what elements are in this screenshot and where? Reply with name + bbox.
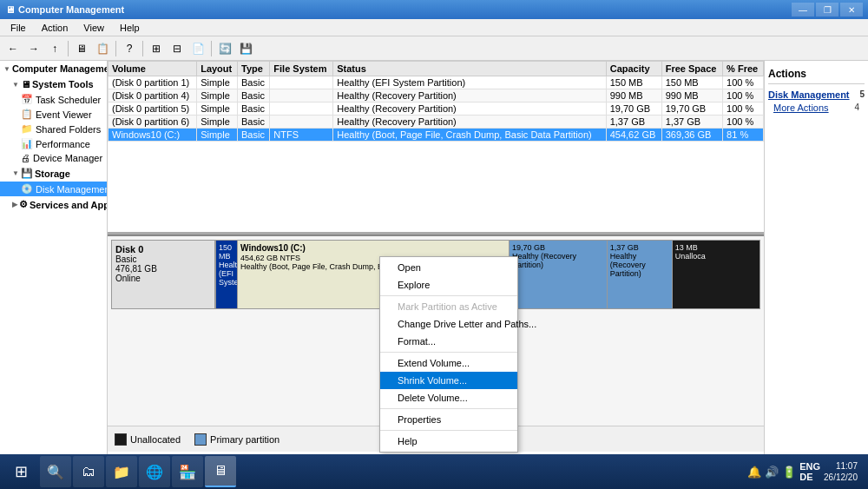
toolbar: ← → ↑ 🖥 📋 ? ⊞ ⊟ 📄 🔄 💾 <box>0 36 868 61</box>
menu-action[interactable]: Action <box>35 21 76 35</box>
taskbar-computer-management[interactable]: 🖥 <box>205 456 236 487</box>
minimize-button[interactable]: — <box>792 3 814 17</box>
disk-label: Disk 0 Basic 476,81 GB Online <box>111 240 215 309</box>
action-more-actions-link[interactable]: More Actions 4 <box>768 102 865 114</box>
sidebar-item-storage[interactable]: ▼ 💾 Storage <box>0 165 107 182</box>
table-area[interactable]: Volume Layout Type File System Status Ca… <box>108 61 764 235</box>
help-button[interactable]: ? <box>120 39 139 58</box>
taskbar-store[interactable]: 🏪 <box>172 456 203 487</box>
sidebar-label-event-viewer: Event Viewer <box>36 109 92 120</box>
performance-icon: 📊 <box>21 138 33 149</box>
task-scheduler-icon: 📅 <box>21 94 33 105</box>
context-menu-item-properties[interactable]: Properties <box>380 411 517 428</box>
sidebar-item-device-manager[interactable]: 🖨 Device Manager <box>0 151 107 165</box>
toolbar-separator-1 <box>68 41 69 56</box>
context-menu-item-mark-partition-as-active: Mark Partition as Active <box>380 298 517 315</box>
sidebar-item-services-apps[interactable]: ▶ ⚙ Services and Applications <box>0 196 107 213</box>
extra-button[interactable]: ⊟ <box>168 39 187 58</box>
taskbar: ⊞ 🔍 🗂 📁 🌐 🏪 🖥 🔔 🔊 🔋 ENG DE 11:07 26/12/2… <box>0 454 868 489</box>
col-volume[interactable]: Volume <box>108 62 197 76</box>
sidebar-label-disk-management: Disk Management <box>36 184 108 195</box>
table-row[interactable]: (Disk 0 partition 1)SimpleBasicHealthy (… <box>108 76 764 89</box>
properties-button[interactable]: 📋 <box>93 39 112 58</box>
sidebar-label-storage: Storage <box>35 169 70 179</box>
col-layout[interactable]: Layout <box>197 62 238 76</box>
unallocated-legend-box <box>115 433 127 446</box>
system-tools-expand-icon: ▼ <box>12 81 19 89</box>
start-button[interactable]: ⊞ <box>3 456 38 487</box>
context-menu-item-help[interactable]: Help <box>380 433 517 450</box>
partition-efi-type: Healthy (EFI Syste... <box>219 261 234 287</box>
col-status[interactable]: Status <box>333 62 606 76</box>
context-menu-separator <box>380 295 517 296</box>
tray-network-icon[interactable]: 🔔 <box>747 466 761 479</box>
back-button[interactable]: ← <box>3 39 23 58</box>
partition-recovery2-type: Healthy (Recovery Partition) <box>610 252 669 278</box>
sidebar-item-task-scheduler[interactable]: 📅 Task Scheduler <box>0 92 107 107</box>
sidebar-item-system-tools[interactable]: ▼ 🖥 System Tools <box>0 76 107 92</box>
taskbar-search[interactable]: 🔍 <box>40 456 71 487</box>
context-menu-item-format---[interactable]: Format... <box>380 333 517 350</box>
partition-unallocated[interactable]: 13 MB Unalloca <box>673 241 760 308</box>
show-hide-button[interactable]: 🖥 <box>72 39 91 58</box>
table-row[interactable]: (Disk 0 partition 6)SimpleBasicHealthy (… <box>108 116 764 129</box>
col-capacity[interactable]: Capacity <box>606 62 661 76</box>
sidebar-icon-system-tools: 🖥 <box>21 79 30 89</box>
shared-folders-icon: 📁 <box>21 123 33 135</box>
disk-name: Disk 0 <box>115 244 211 254</box>
unallocated-label: Unallocated <box>130 434 181 445</box>
sidebar-label-task-scheduler: Task Scheduler <box>36 95 101 105</box>
another-button[interactable]: 📄 <box>188 39 207 58</box>
context-menu-item-explore[interactable]: Explore <box>380 276 517 294</box>
sidebar-item-performance[interactable]: 📊 Performance <box>0 136 107 151</box>
rescan-button[interactable]: 🔄 <box>215 39 234 58</box>
disk-size: 476,81 GB <box>115 264 211 274</box>
menu-view[interactable]: View <box>76 21 111 35</box>
menu-help[interactable]: Help <box>113 21 147 35</box>
col-freespace[interactable]: Free Space <box>661 62 722 76</box>
col-type[interactable]: Type <box>238 62 270 76</box>
tray-volume-icon[interactable]: 🔊 <box>765 466 779 479</box>
restore-button[interactable]: ❐ <box>816 3 838 17</box>
tray-lang[interactable]: ENG DE <box>799 461 820 482</box>
table-row[interactable]: (Disk 0 partition 4)SimpleBasicHealthy (… <box>108 89 764 102</box>
up-button[interactable]: ↑ <box>45 39 64 58</box>
col-filesystem[interactable]: File System <box>270 62 333 76</box>
views-button[interactable]: ⊞ <box>147 39 166 58</box>
context-menu-item-shrink-volume---[interactable]: Shrink Volume... <box>380 372 517 389</box>
close-button[interactable]: ✕ <box>840 3 863 17</box>
table-row[interactable]: (Disk 0 partition 5)SimpleBasicHealthy (… <box>108 102 764 116</box>
context-menu-item-delete-volume---[interactable]: Delete Volume... <box>380 389 517 406</box>
sidebar-item-disk-management[interactable]: 💿 Disk Management <box>0 182 107 196</box>
sidebar-item-shared-folders[interactable]: 📁 Shared Folders <box>0 122 107 136</box>
forward-button[interactable]: → <box>24 39 43 58</box>
menu-file[interactable]: File <box>3 21 33 35</box>
sidebar-root[interactable]: ▼ Computer Management (Local) <box>0 61 107 76</box>
diskprop-button[interactable]: 💾 <box>236 39 255 58</box>
taskbar-file-explorer[interactable]: 📁 <box>106 456 137 487</box>
sidebar-label-device-manager: Device Manager <box>33 153 102 163</box>
event-viewer-icon: 📋 <box>21 109 33 120</box>
partition-recovery1[interactable]: 19,70 GB Healthy (Recovery Partition) <box>510 241 608 308</box>
root-expand-icon: ▼ <box>3 65 10 73</box>
context-menu-item-extend-volume---[interactable]: Extend Volume... <box>380 354 517 372</box>
context-menu[interactable]: OpenExploreMark Partition as ActiveChang… <box>379 256 518 453</box>
col-pctfree[interactable]: % Free <box>723 62 764 76</box>
context-menu-item-open[interactable]: Open <box>380 259 517 276</box>
partition-recovery1-size: 19,70 GB <box>512 243 604 252</box>
sidebar-label-system-tools: System Tools <box>32 79 94 89</box>
partition-efi[interactable]: 150 MB Healthy (EFI Syste... <box>216 241 238 308</box>
partition-recovery2[interactable]: 1,37 GB Healthy (Recovery Partition) <box>608 241 673 308</box>
taskbar-task-view[interactable]: 🗂 <box>73 456 104 487</box>
sidebar-item-event-viewer[interactable]: 📋 Event Viewer <box>0 107 107 122</box>
actions-panel: Actions Disk Management 5 More Actions 4 <box>764 61 868 454</box>
tray-icons[interactable]: 🔔 🔊 🔋 <box>747 466 796 479</box>
tray-clock[interactable]: 11:07 26/12/20 <box>824 460 858 483</box>
action-disk-management-link[interactable]: Disk Management 5 <box>768 88 865 102</box>
taskbar-edge[interactable]: 🌐 <box>139 456 170 487</box>
context-menu-item-change-drive-letter-and-paths---[interactable]: Change Drive Letter and Paths... <box>380 315 517 333</box>
tray-battery-icon[interactable]: 🔋 <box>782 466 796 479</box>
disk-management-icon: 💿 <box>21 183 33 195</box>
table-row[interactable]: Windows10 (C:)SimpleBasicNTFSHealthy (Bo… <box>108 129 764 142</box>
title-bar-text: Computer Management <box>18 4 124 15</box>
